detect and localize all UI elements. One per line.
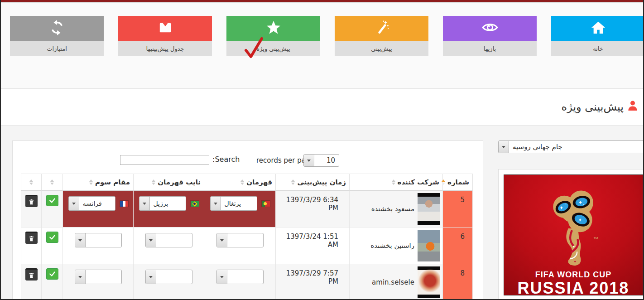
nav-button-points[interactable]: امتیازات: [10, 16, 104, 56]
column-header-champion[interactable]: قهرمان: [204, 174, 276, 191]
confirmed-checkbox[interactable]: [46, 195, 58, 206]
app-window: امتیازات جدول پیش‌بینیها پیش‌بینی ویژه پ…: [0, 0, 644, 300]
world-cup-poster: TM FIFA WORLD CUP RUSSIA 2018: [504, 174, 643, 295]
column-header-runner-up[interactable]: نایب قهرمان: [134, 174, 204, 191]
participant-name: amin.selsele: [372, 278, 414, 286]
sort-icon: [89, 179, 93, 185]
prediction-time: 1397/3/24 1:51 AM: [276, 227, 350, 264]
participant-cell: مسعود بخشنده: [350, 191, 443, 227]
column-header-prediction-time[interactable]: زمان پیش‌بینی: [276, 174, 350, 191]
nav-label: امتیازات: [10, 41, 104, 56]
team-flag-icon: [191, 201, 199, 207]
user-icon: [628, 100, 638, 114]
participant-name: مسعود بخشنده: [371, 205, 414, 213]
star-icon: [265, 20, 282, 37]
chevron-down-icon: [75, 233, 86, 247]
runner-up-cell: [134, 264, 204, 300]
table-row: فرانسه برزیل پرتغال 1397/3/29 6:34 PM مس…: [21, 191, 473, 227]
participant-name: راستین بخشنده: [370, 242, 414, 250]
selected-check-icon: [244, 37, 264, 59]
confirm-cell: [42, 191, 63, 227]
third-place-cell: [63, 227, 134, 264]
champion-cell: پرتغال: [204, 191, 276, 227]
nav-button-special-prediction[interactable]: پیش‌بینی ویژه: [226, 16, 320, 56]
column-header-third-place[interactable]: مقام سوم: [63, 174, 134, 191]
nav-label: بازیها: [443, 41, 537, 56]
nav-label: جدول پیش‌بینیها: [118, 41, 212, 56]
nav-section: امتیازات جدول پیش‌بینیها پیش‌بینی ویژه پ…: [1, 3, 643, 89]
search-input[interactable]: [120, 155, 209, 165]
column-header-delete[interactable]: [21, 174, 42, 191]
records-per-page-select[interactable]: 10: [303, 154, 339, 167]
participant-cell: راستین بخشنده: [350, 227, 443, 264]
column-header-confirmed[interactable]: [42, 174, 63, 191]
delete-cell: [21, 227, 42, 264]
runner-up-cell: [134, 227, 204, 264]
refresh-icon: [49, 20, 65, 37]
third-place-select[interactable]: [75, 270, 122, 284]
sort-icon: [442, 179, 445, 185]
predictions-table: مقام سوم نایب قهرمان قهرمان زمان پیش‌بین…: [21, 174, 473, 300]
chevron-down-icon: [211, 197, 221, 210]
third-place-cell: فرانسه: [63, 191, 134, 227]
sort-icon: [152, 179, 155, 185]
nav-button-predictions-table[interactable]: جدول پیش‌بینیها: [118, 16, 212, 56]
champion-select[interactable]: [216, 233, 264, 247]
participant-photo: [418, 193, 440, 225]
page-title: پیش‌بینی ویژه: [562, 100, 638, 114]
poster-panel: TM FIFA WORLD CUP RUSSIA 2018: [498, 169, 644, 300]
delete-cell: [21, 264, 42, 300]
confirmed-checkbox[interactable]: [46, 268, 58, 280]
top-accent-bar: [1, 0, 643, 3]
confirmed-checkbox[interactable]: [46, 232, 58, 243]
poster-title: FIFA WORLD CUP: [504, 270, 643, 280]
tournament-value: جام جهانی روسیه: [509, 141, 644, 153]
nav-button-home[interactable]: خانه: [551, 16, 644, 56]
delete-button[interactable]: [25, 232, 38, 244]
title-band: پیش‌بینی ویژه: [1, 89, 643, 126]
champion-select[interactable]: [216, 270, 264, 284]
table-row: 1397/3/29 7:57 PM amin.selsele 8: [21, 264, 473, 300]
nav-button-prediction[interactable]: پیش‌بینی: [335, 16, 428, 56]
inbox-icon: [158, 21, 173, 36]
runner-up-select[interactable]: [145, 233, 192, 247]
world-cup-trophy-logo: TM: [548, 189, 599, 267]
wand-icon: [374, 20, 390, 37]
row-number: 5: [443, 191, 473, 227]
champion-cell: [204, 227, 276, 264]
chevron-down-icon: [75, 270, 86, 284]
champion-select[interactable]: پرتغال: [210, 196, 257, 211]
row-number: 6: [443, 227, 473, 264]
prediction-time: 1397/3/29 6:34 PM: [276, 191, 350, 227]
delete-button[interactable]: [25, 195, 38, 207]
team-flag-icon: [120, 201, 128, 207]
chevron-down-icon: [146, 270, 156, 284]
sort-icon: [240, 179, 244, 185]
tournament-select[interactable]: جام جهانی روسیه: [498, 140, 644, 153]
chevron-down-icon: [304, 155, 314, 166]
nav-label: پیش‌بینی ویژه: [226, 41, 320, 56]
third-place-select[interactable]: [75, 233, 122, 247]
column-header-number[interactable]: شماره: [443, 174, 473, 191]
third-place-cell: [63, 264, 134, 300]
nav-button-games[interactable]: بازیها: [443, 16, 537, 56]
column-header-participant[interactable]: شرکت کننده: [350, 174, 443, 191]
sort-icon: [50, 179, 54, 185]
trademark-text: TM: [594, 237, 598, 240]
third-place-select[interactable]: فرانسه: [68, 196, 115, 211]
sort-icon: [291, 179, 295, 185]
table-row: 1397/3/24 1:51 AM راستین بخشنده 6: [21, 227, 473, 264]
predictions-panel: :Search records per page 10 مقام سوم نای…: [12, 140, 483, 300]
delete-cell: [21, 191, 42, 227]
participant-photo: [418, 266, 440, 298]
runner-up-select[interactable]: برزیل: [139, 196, 186, 211]
runner-up-select[interactable]: [145, 270, 192, 284]
table-body: فرانسه برزیل پرتغال 1397/3/29 6:34 PM مس…: [21, 191, 473, 300]
home-icon: [591, 20, 606, 37]
chevron-down-icon: [69, 197, 79, 210]
chevron-down-icon: [217, 270, 227, 284]
nav-label: پیش‌بینی: [335, 41, 428, 56]
chevron-down-icon: [146, 233, 156, 247]
delete-button[interactable]: [25, 268, 38, 281]
champion-cell: [204, 264, 276, 300]
